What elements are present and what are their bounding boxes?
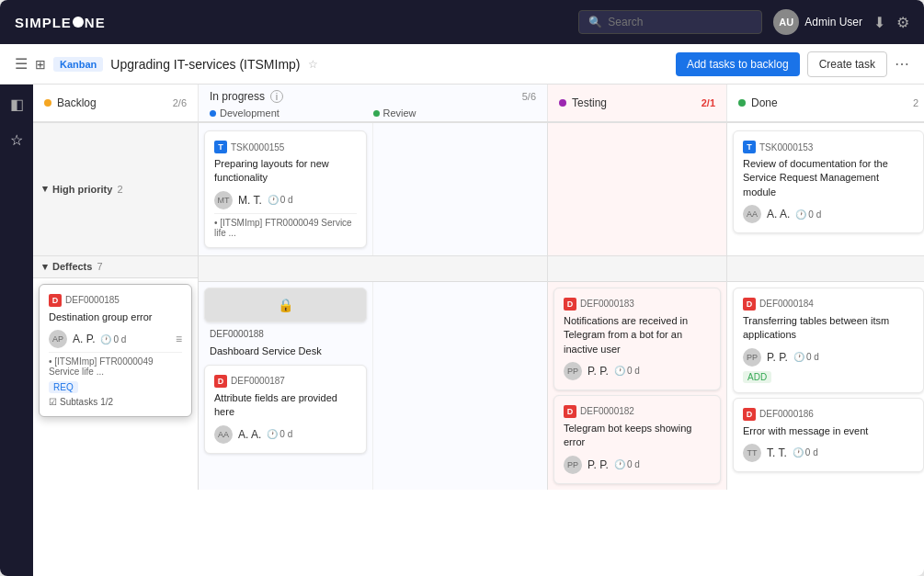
deffects-review-cards [373,282,548,490]
search-icon: 🔍 [588,16,602,28]
group-header-deffects[interactable]: ▾ Deffects 7 [33,256,198,278]
high-priority-testing-cell [548,123,727,255]
top-nav: SIMPLENE 🔍 AU Admin User ⬇ ⚙ [0,0,924,44]
group-count-deffects: 7 [97,261,102,272]
card-def0000183[interactable]: D DEF0000183 Notifications are received … [553,288,721,390]
deffects-done-subheader [727,256,924,282]
group-toggle-high-priority[interactable]: ▾ [42,183,48,195]
column-headers: Backlog 2/6 In progress i 5/6 [33,85,924,123]
high-priority-done-cell: T TSK0000153 Review of documentation for… [727,123,924,255]
toolbar-left: ☰ ⊞ Kanban Upgrading IT-services (ITSMIm… [15,55,668,73]
deffects-dev-cards: 🔒 DEF0000188 Dashboard Service Desk [199,282,373,490]
col-header-backlog: Backlog 2/6 [33,85,199,121]
col-count-in-progress: 5/6 [522,91,536,102]
col-name-testing: Testing [572,96,607,109]
card-def0000184[interactable]: D DEF0000184 Transferring tables between… [733,288,924,393]
lock-icon: 🔒 [278,298,293,312]
card-type-icon: D [564,405,576,418]
col-count-backlog: 2/6 [173,97,187,108]
backlog-dot [44,99,51,107]
card-type-icon: D [743,298,756,311]
search-bar[interactable]: 🔍 [578,10,762,34]
dev-card-id-label: DEF0000188 [204,327,367,341]
card-def0000185[interactable]: D DEF0000185 Destination group error AP … [39,284,192,417]
nav-user: AU Admin User [773,9,862,35]
high-priority-in-progress: T TSK0000155 Preparing layouts for new f… [199,123,548,255]
group-deffects: ▾ Deffects 7 D DEF0000185 [33,256,924,490]
card-avatar: MT [214,191,233,209]
col-count-done: 2 [913,97,918,108]
testing-dot [559,99,566,107]
card-tsk0000153[interactable]: T TSK0000153 Review of documentation for… [733,130,924,233]
card-tsk0000155[interactable]: T TSK0000155 Preparing layouts for new f… [204,130,367,248]
project-title: Upgrading IT-services (ITSMImp) [110,57,300,72]
app-window: SIMPLENE 🔍 AU Admin User ⬇ ⚙ ☰ ⊞ Kanban … [0,0,924,576]
deffects-done: D DEF0000184 Transferring tables between… [727,256,924,490]
deffects-backlog-cards: D DEF0000185 Destination group error AP … [33,278,198,423]
sub-col-review: Review [373,107,537,119]
clock-icon: 🕐 [268,195,279,205]
board-inner: Backlog 2/6 In progress i 5/6 [33,85,924,490]
card-avatar: PP [564,362,582,380]
card-type-icon: D [49,294,62,307]
star-icon[interactable]: ☆ [308,58,318,71]
main-content: ☰ ⊞ Kanban Upgrading IT-services (ITSMIm… [0,44,924,576]
deffects-testing: D DEF0000183 Notifications are received … [548,256,727,490]
deffects-testing-cards: D DEF0000183 Notifications are received … [548,282,726,490]
clock-icon: 🕐 [267,429,278,439]
col-header-in-progress: In progress i 5/6 Development [199,85,548,121]
clock-icon: 🕐 [614,459,625,469]
clock-icon: 🕐 [614,366,625,376]
col-header-done: Done 2 [727,85,924,121]
deffects-in-progress: 🔒 DEF0000188 Dashboard Service Desk [199,256,548,490]
card-avatar: AA [743,205,761,223]
card-avatar: PP [564,456,582,474]
clock-icon: 🕐 [793,352,804,362]
dev-card-title: Dashboard Service Desk [204,345,367,360]
col-count-testing: 2/1 [702,97,715,108]
download-icon[interactable]: ⬇ [873,14,885,31]
card-avatar: AP [49,330,67,348]
search-input[interactable] [608,16,746,28]
group-high-priority: ▾ High priority 2 T [33,123,924,256]
high-priority-review-cell [373,123,548,255]
deffects-done-cards: D DEF0000184 Transferring tables between… [727,282,924,478]
card-avatar: PP [743,348,761,367]
sidebar-collapse-icon[interactable]: ◧ [6,92,28,117]
card-detail-icon: ≡ [176,333,182,345]
create-task-button[interactable]: Create task [807,51,887,77]
in-progress-sub-cols: Development Review [210,107,536,119]
toolbar: ☰ ⊞ Kanban Upgrading IT-services (ITSMIm… [0,44,924,85]
toolbar-right: Add tasks to backlog Create task ⋯ [676,51,909,77]
deffects-backlog-col: ▾ Deffects 7 D DEF0000185 [33,256,199,490]
group-toggle-deffects[interactable]: ▾ [42,261,48,273]
col-name-done: Done [751,96,778,109]
in-progress-info-icon: i [270,90,283,103]
more-options-icon[interactable]: ⋯ [895,55,909,73]
kanban-badge[interactable]: Kanban [53,57,103,72]
clock-icon: 🕐 [793,447,804,457]
card-avatar: TT [743,444,761,462]
group-count-high-priority: 2 [117,184,122,195]
sub-col-development: Development [210,107,373,119]
card-def0000188-locked[interactable]: 🔒 [204,288,367,322]
sidebar-toggle-icon[interactable]: ☰ [15,55,28,73]
board-scroll[interactable]: Backlog 2/6 In progress i 5/6 [33,85,924,576]
done-dot [738,99,746,107]
card-type-icon: D [564,298,576,311]
card-def0000187[interactable]: D DEF0000187 Attribute fields are provid… [204,365,367,454]
deffects-in-progress-subheader [199,256,547,282]
deffects-in-progress-cards: 🔒 DEF0000188 Dashboard Service Desk [199,282,547,490]
sidebar-star-icon[interactable]: ☆ [6,128,27,152]
settings-icon[interactable]: ⚙ [896,14,909,31]
group-header-high-priority[interactable]: ▾ High priority 2 [33,123,199,255]
card-type-icon: T [743,141,756,153]
card-def0000182[interactable]: D DEF0000182 Telegram bot keeps showing … [553,395,721,484]
avatar: AU [773,9,799,35]
card-def0000186[interactable]: D DEF0000186 Error with message in event… [733,398,924,472]
col-name-in-progress: In progress [210,90,265,103]
left-sidebar: ◧ ☆ [0,85,33,576]
add-tasks-backlog-button[interactable]: Add tasks to backlog [676,52,800,76]
user-name: Admin User [804,16,862,28]
col-name-backlog: Backlog [57,96,97,109]
